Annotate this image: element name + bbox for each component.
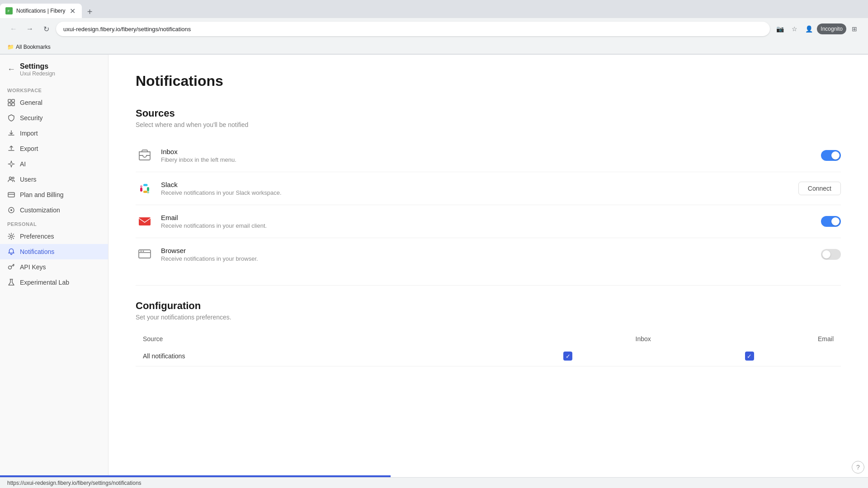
sidebar-item-plan-billing[interactable]: Plan and Billing	[0, 187, 108, 202]
ai-icon	[7, 160, 15, 168]
config-table-header: Source Inbox Email	[136, 332, 841, 346]
tab-bar: F Notifications | Fibery ✕ +	[0, 0, 868, 18]
browser-name: Browser	[161, 247, 814, 254]
sidebar-item-customization[interactable]: Customization	[0, 202, 108, 218]
table-row: All notifications ✓ ✓	[136, 346, 841, 366]
sidebar-item-general[interactable]: General	[0, 95, 108, 110]
inbox-info: Inbox Fibery inbox in the left menu.	[161, 148, 814, 163]
back-icon: ←	[7, 65, 15, 74]
sidebar-item-preferences[interactable]: Preferences	[0, 229, 108, 244]
sidebar-title-group: Settings Uxui Redesign	[20, 62, 55, 77]
configuration-title: Configuration	[136, 300, 841, 312]
email-desc: Receive notifications in your email clie…	[161, 222, 814, 229]
back-button[interactable]: ←	[7, 23, 20, 35]
sidebar-item-experimental-lab[interactable]: Experimental Lab	[0, 275, 108, 290]
browser-info: Browser Receive notifications in your br…	[161, 247, 814, 262]
api-keys-icon	[7, 263, 15, 271]
email-icon-wrap	[136, 212, 154, 230]
browser-actions: 📷 ☆ 👤 Incognito ⊞	[774, 23, 861, 35]
email-checkbox[interactable]: ✓	[745, 352, 754, 361]
svg-point-8	[12, 177, 14, 179]
slack-info: Slack Receive notifications in your Slac…	[161, 181, 791, 196]
email-toggle[interactable]	[821, 216, 841, 227]
sidebar-header[interactable]: ← Settings Uxui Redesign	[0, 62, 108, 84]
svg-rect-2	[8, 99, 11, 102]
source-item-slack: Slack Receive notifications in your Slac…	[136, 172, 841, 205]
bookmark-star-icon[interactable]: ☆	[788, 23, 801, 35]
browser-toggle[interactable]	[821, 249, 841, 260]
sources-section: Sources Select where and when you'll be …	[136, 108, 841, 271]
svg-rect-4	[8, 103, 11, 106]
sidebar-item-preferences-label: Preferences	[20, 233, 54, 240]
source-item-inbox: Inbox Fibery inbox in the left menu.	[136, 139, 841, 172]
row-email-check: ✓	[658, 346, 841, 366]
row-source-name: All notifications	[136, 346, 477, 366]
customization-icon	[7, 206, 15, 214]
sidebar-item-import-label: Import	[20, 130, 38, 137]
svg-marker-6	[8, 161, 14, 167]
status-url: https://uxui-redesign.fibery.io/fibery/s…	[7, 480, 142, 486]
configuration-table: Source Inbox Email All notifications ✓ ✓	[136, 332, 841, 366]
inbox-toggle[interactable]	[821, 150, 841, 161]
page-title: Notifications	[136, 73, 841, 89]
main-content: Notifications Sources Select where and w…	[108, 55, 868, 488]
export-icon	[7, 145, 15, 153]
svg-rect-22	[139, 217, 151, 225]
sidebar-item-export[interactable]: Export	[0, 141, 108, 156]
tab-title: Notifications | Fibery	[16, 8, 66, 14]
browser-icon	[137, 247, 152, 262]
sidebar-item-users-label: Users	[20, 176, 37, 183]
app: ← Settings Uxui Redesign WORKSPACE Gener…	[0, 55, 868, 488]
tab-close-button[interactable]: ✕	[69, 7, 76, 14]
sidebar-subtitle: Uxui Redesign	[20, 70, 55, 77]
plan-billing-icon	[7, 191, 15, 199]
inbox-name: Inbox	[161, 148, 814, 155]
svg-point-24	[141, 251, 142, 252]
col-source: Source	[136, 332, 477, 346]
svg-rect-15	[140, 185, 142, 188]
sidebar: ← Settings Uxui Redesign WORKSPACE Gener…	[0, 55, 108, 488]
profile-icon[interactable]: 👤	[802, 23, 815, 35]
sidebar-item-users[interactable]: Users	[0, 172, 108, 187]
sidebar-item-export-label: Export	[20, 145, 38, 152]
sidebar-item-general-label: General	[20, 99, 42, 106]
url-bar[interactable]: uxui-redesign.fibery.io/fibery/settings/…	[56, 22, 770, 36]
active-tab[interactable]: F Notifications | Fibery ✕	[0, 4, 82, 18]
help-button[interactable]: ?	[852, 461, 864, 474]
users-icon	[7, 175, 15, 183]
bookmarks-folder-icon: 📁	[7, 44, 14, 50]
email-icon	[137, 214, 152, 229]
inbox-checkbox[interactable]: ✓	[563, 352, 572, 361]
source-item-browser: Browser Receive notifications in your br…	[136, 238, 841, 271]
bookmarks-label: All Bookmarks	[16, 44, 51, 50]
extensions-icon[interactable]: ⊞	[848, 23, 861, 35]
bottom-status-bar: https://uxui-redesign.fibery.io/fibery/s…	[0, 477, 868, 488]
url-text: uxui-redesign.fibery.io/fibery/settings/…	[63, 26, 191, 33]
sidebar-item-import[interactable]: Import	[0, 126, 108, 141]
refresh-button[interactable]: ↻	[40, 23, 52, 35]
sidebar-item-ai[interactable]: AI	[0, 156, 108, 172]
tab-favicon: F	[5, 7, 13, 14]
inbox-toggle-slider	[821, 150, 841, 161]
sidebar-item-plan-billing-label: Plan and Billing	[20, 191, 64, 198]
connect-button[interactable]: Connect	[798, 182, 841, 195]
sidebar-item-api-keys[interactable]: API Keys	[0, 259, 108, 275]
notifications-icon	[7, 248, 15, 256]
new-tab-button[interactable]: +	[84, 5, 96, 18]
sidebar-item-notifications-label: Notifications	[20, 248, 54, 255]
svg-point-11	[10, 209, 12, 211]
email-info: Email Receive notifications in your emai…	[161, 214, 814, 229]
svg-point-25	[143, 251, 144, 252]
svg-text:F: F	[8, 9, 9, 13]
sidebar-item-notifications[interactable]: Notifications	[0, 244, 108, 259]
personal-section-label: PERSONAL	[0, 218, 108, 229]
slack-icon	[137, 181, 152, 196]
bookmarks-bar: 📁 All Bookmarks	[0, 40, 868, 54]
forward-button[interactable]: →	[24, 23, 36, 35]
svg-rect-9	[8, 192, 14, 197]
browser-chrome: F Notifications | Fibery ✕ + ← → ↻ uxui-…	[0, 0, 868, 55]
sidebar-item-security[interactable]: Security	[0, 110, 108, 126]
browser-desc: Receive notifications in your browser.	[161, 255, 814, 262]
svg-point-12	[10, 235, 13, 238]
experimental-lab-icon	[7, 278, 15, 286]
